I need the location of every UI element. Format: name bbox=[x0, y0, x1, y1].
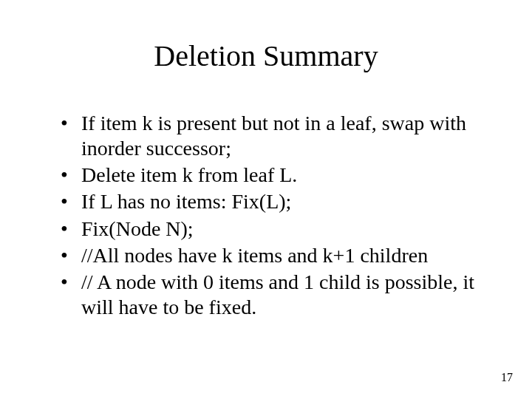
bullet-text: Delete item k from leaf L. bbox=[81, 163, 297, 186]
bullet-list: If item k is present but not in a leaf, … bbox=[58, 111, 488, 320]
bullet-text: //All nodes have k items and k+1 childre… bbox=[81, 244, 428, 267]
slide-body: If item k is present but not in a leaf, … bbox=[58, 111, 488, 321]
bullet-text: Fix(Node N); bbox=[81, 217, 194, 240]
slide: Deletion Summary If item k is present bu… bbox=[0, 0, 532, 399]
list-item: If item k is present but not in a leaf, … bbox=[58, 111, 488, 161]
list-item: Fix(Node N); bbox=[58, 216, 488, 242]
list-item: // A node with 0 items and 1 child is po… bbox=[58, 270, 488, 320]
list-item: //All nodes have k items and k+1 childre… bbox=[58, 243, 488, 268]
slide-title: Deletion Summary bbox=[0, 38, 532, 73]
list-item: Delete item k from leaf L. bbox=[58, 163, 488, 188]
list-item: If L has no items: Fix(L); bbox=[58, 189, 488, 214]
page-number: 17 bbox=[501, 371, 513, 384]
bullet-text: If item k is present but not in a leaf, … bbox=[81, 112, 466, 160]
bullet-text: // A node with 0 items and 1 child is po… bbox=[81, 270, 474, 318]
bullet-text: If L has no items: Fix(L); bbox=[81, 190, 291, 213]
